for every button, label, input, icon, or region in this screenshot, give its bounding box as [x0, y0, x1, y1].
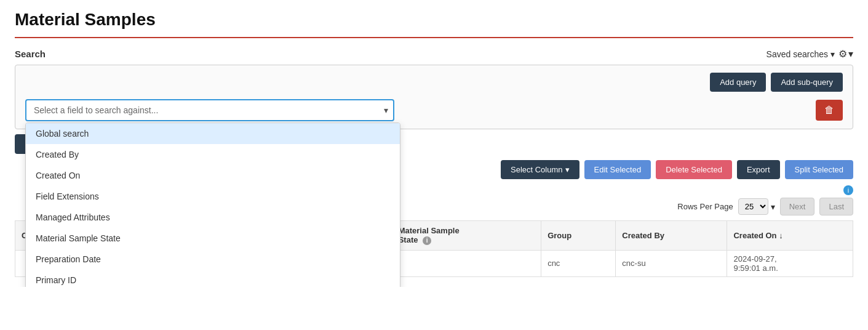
rows-per-page-label: Rows Per Page	[677, 202, 733, 211]
select-column-chevron-icon: ▾	[565, 165, 570, 174]
th-group: Group	[541, 221, 616, 251]
gear-icon: ⚙	[838, 48, 847, 60]
dropdown-item-global-search[interactable]: Global search	[26, 123, 400, 144]
saved-searches-label: Saved searches	[766, 49, 828, 59]
saved-searches-button[interactable]: Saved searches ▾	[766, 49, 835, 59]
split-selected-button[interactable]: Split Selected	[785, 160, 854, 179]
export-button[interactable]: Export	[737, 160, 780, 179]
select-column-button[interactable]: Select Column ▾	[501, 160, 579, 179]
search-section-label: Search	[15, 49, 46, 59]
gear-chevron-icon: ▾	[848, 48, 853, 60]
last-button[interactable]: Last	[819, 198, 853, 215]
settings-button[interactable]: ⚙ ▾	[838, 48, 853, 60]
th-group-label: Group	[547, 231, 571, 240]
saved-searches-chevron-icon: ▾	[830, 49, 835, 59]
th-created-on-label: Created On	[733, 231, 776, 240]
add-query-button[interactable]: Add query	[710, 73, 766, 92]
dropdown-item-material-sample-state[interactable]: Material Sample State	[26, 228, 400, 249]
td-group: cnc	[541, 250, 616, 276]
delete-row-button[interactable]: 🗑	[816, 100, 843, 121]
total-info-icon[interactable]: i	[843, 185, 853, 195]
dropdown-item-created-on[interactable]: Created On	[26, 165, 400, 186]
add-subquery-button[interactable]: Add sub-query	[771, 73, 843, 92]
search-field-row: Select a field to search against... ▾ Gl…	[25, 99, 843, 121]
td-created-on: 2024-09-27,9:59:01 a.m.	[727, 250, 853, 276]
field-dropdown-menu: Global search Created By Created On Fiel…	[25, 123, 400, 287]
th-created-on[interactable]: Created On ↓	[727, 221, 853, 251]
page-title: Material Samples	[15, 10, 853, 38]
dropdown-item-primary-id[interactable]: Primary ID	[26, 270, 400, 287]
td-material-sample-state	[392, 250, 541, 276]
th-material-sample-state: Material SampleState i	[392, 221, 541, 251]
sort-desc-icon: ↓	[779, 231, 783, 240]
trash-icon: 🗑	[824, 105, 834, 115]
select-column-label: Select Column	[511, 165, 563, 174]
material-sample-state-info-icon[interactable]: i	[423, 236, 431, 245]
dropdown-item-field-extensions[interactable]: Field Extensions	[26, 186, 400, 207]
dropdown-item-managed-attributes[interactable]: Managed Attributes	[26, 207, 400, 228]
rows-per-page-select[interactable]: 25	[738, 198, 768, 215]
search-header-actions: Saved searches ▾ ⚙ ▾	[766, 48, 853, 60]
th-created-by-label: Created By	[622, 231, 664, 240]
delete-selected-button[interactable]: Delete Selected	[656, 160, 732, 179]
next-button[interactable]: Next	[780, 198, 815, 215]
search-box: Add query Add sub-query Select a field t…	[15, 65, 853, 129]
query-buttons-row: Add query Add sub-query	[25, 73, 843, 92]
th-created-by: Created By	[616, 221, 727, 251]
dropdown-item-created-by[interactable]: Created By	[26, 144, 400, 165]
field-select[interactable]: Select a field to search against...	[25, 99, 394, 121]
td-created-by: cnc-su	[616, 250, 727, 276]
dropdown-item-preparation-date[interactable]: Preparation Date	[26, 249, 400, 270]
edit-selected-button[interactable]: Edit Selected	[584, 160, 651, 179]
rows-select-chevron-icon: ▾	[771, 202, 775, 212]
rows-per-page-wrapper: 25 ▾	[738, 198, 775, 215]
field-select-wrapper: Select a field to search against... ▾ Gl…	[25, 99, 394, 121]
